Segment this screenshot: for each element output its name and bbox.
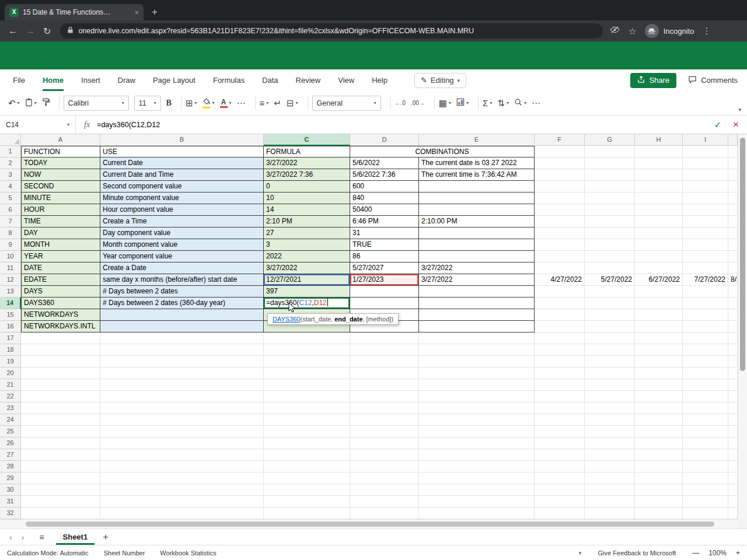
cell-C31[interactable] xyxy=(264,496,350,508)
cell-D19[interactable] xyxy=(350,356,419,368)
cell-B3[interactable]: Current Date and Time xyxy=(100,169,264,181)
cell-F1[interactable] xyxy=(535,146,585,158)
font-size-select[interactable]: 11▾ xyxy=(134,96,161,111)
cell-H10[interactable] xyxy=(635,251,683,262)
cell-J22[interactable] xyxy=(728,391,738,402)
cell-J4[interactable] xyxy=(728,181,738,192)
cell-H7[interactable] xyxy=(635,216,683,228)
cell-E4[interactable] xyxy=(419,181,535,192)
cell-E28[interactable] xyxy=(419,461,535,473)
sheet-number-status[interactable]: Sheet Number xyxy=(103,550,145,556)
cell-B6[interactable]: Hour component value xyxy=(100,204,264,216)
cell-A2[interactable]: TODAY xyxy=(21,158,100,169)
cell-F32[interactable] xyxy=(535,508,585,519)
cell-J25[interactable] xyxy=(728,426,738,438)
undo-button[interactable]: ↶▾ xyxy=(8,98,20,108)
cell-C28[interactable] xyxy=(264,461,350,473)
cell-G5[interactable] xyxy=(585,192,635,204)
row-header-22[interactable]: 22 xyxy=(0,391,21,402)
cell-A15[interactable]: NETWORKDAYS xyxy=(21,309,100,321)
row-header-16[interactable]: 16 xyxy=(0,321,21,332)
cell-A21[interactable] xyxy=(21,379,100,391)
column-header-D[interactable]: D xyxy=(350,134,419,146)
cell-C24[interactable] xyxy=(264,414,350,426)
cell-B11[interactable]: Create a Date xyxy=(100,262,264,274)
add-sheet-icon[interactable]: + xyxy=(103,529,108,545)
cell-I32[interactable] xyxy=(683,508,728,519)
cell-I9[interactable] xyxy=(683,239,728,251)
cell-J26[interactable] xyxy=(728,438,738,449)
cell-F31[interactable] xyxy=(535,496,585,508)
horizontal-scrollbar-thumb[interactable] xyxy=(26,522,714,527)
menu-view[interactable]: View xyxy=(338,69,354,91)
cell-G26[interactable] xyxy=(585,438,635,449)
cell-F8[interactable] xyxy=(535,228,585,239)
cell-F6[interactable] xyxy=(535,204,585,216)
horizontal-scrollbar[interactable] xyxy=(0,519,738,528)
cell-A19[interactable] xyxy=(21,356,100,368)
cell-B10[interactable]: Year component value xyxy=(100,251,264,262)
row-header-19[interactable]: 19 xyxy=(0,356,21,368)
cell-A27[interactable] xyxy=(21,449,100,461)
cell-E22[interactable] xyxy=(419,391,535,402)
cell-F16[interactable] xyxy=(535,321,585,332)
cell-F4[interactable] xyxy=(535,181,585,192)
cell-I12[interactable]: 7/27/2022 xyxy=(683,274,728,286)
cell-I16[interactable] xyxy=(683,321,728,332)
cell-A26[interactable] xyxy=(21,438,100,449)
cell-F19[interactable] xyxy=(535,356,585,368)
cell-D2[interactable]: 5/6/2022 xyxy=(350,158,419,169)
cell-B16[interactable] xyxy=(100,321,264,332)
increase-decimal-button[interactable]: .00→ xyxy=(411,100,425,106)
row-header-5[interactable]: 5 xyxy=(0,192,21,204)
fill-color-button[interactable]: ▾ xyxy=(203,97,215,108)
cell-D7[interactable]: 6:46 PM xyxy=(350,216,419,228)
cell-E3[interactable]: The current time is 7:36:42 AM xyxy=(419,169,535,181)
column-header-E[interactable]: E xyxy=(419,134,535,146)
cell-G20[interactable] xyxy=(585,368,635,379)
cell-J11[interactable] xyxy=(728,262,738,274)
cell-C7[interactable]: 2:10 PM xyxy=(264,216,350,228)
cell-G19[interactable] xyxy=(585,356,635,368)
more-font-options-button[interactable]: ⋯ xyxy=(237,98,246,108)
cell-H32[interactable] xyxy=(635,508,683,519)
cell-F21[interactable] xyxy=(535,379,585,391)
column-header-F[interactable]: F xyxy=(535,134,585,146)
row-header-15[interactable]: 15 xyxy=(0,309,21,321)
cell-B29[interactable] xyxy=(100,473,264,484)
cell-E8[interactable] xyxy=(419,228,535,239)
cell-G17[interactable] xyxy=(585,332,635,344)
cell-H1[interactable] xyxy=(635,146,683,158)
cell-D10[interactable]: 86 xyxy=(350,251,419,262)
cell-E9[interactable] xyxy=(419,239,535,251)
cell-F3[interactable] xyxy=(535,169,585,181)
cell-G28[interactable] xyxy=(585,461,635,473)
cell-E26[interactable] xyxy=(419,438,535,449)
collapse-ribbon-icon[interactable]: ▾ xyxy=(738,107,741,113)
column-header-B[interactable]: B xyxy=(100,134,264,146)
cell-I17[interactable] xyxy=(683,332,728,344)
font-color-button[interactable]: A▾ xyxy=(220,99,232,108)
cell-F2[interactable] xyxy=(535,158,585,169)
menu-page-layout[interactable]: Page Layout xyxy=(153,69,196,91)
cell-D21[interactable] xyxy=(350,379,419,391)
cell-F24[interactable] xyxy=(535,414,585,426)
font-name-select[interactable]: Calibri▾ xyxy=(64,96,129,111)
cell-C18[interactable] xyxy=(264,344,350,356)
cell-G30[interactable] xyxy=(585,484,635,496)
cell-C20[interactable] xyxy=(264,368,350,379)
cell-H5[interactable] xyxy=(635,192,683,204)
row-header-8[interactable]: 8 xyxy=(0,228,21,239)
align-button[interactable]: ≡▾ xyxy=(260,98,269,108)
cell-I26[interactable] xyxy=(683,438,728,449)
cell-H13[interactable] xyxy=(635,286,683,298)
row-header-31[interactable]: 31 xyxy=(0,496,21,508)
zoom-in-icon[interactable]: + xyxy=(736,549,740,557)
cell-D31[interactable] xyxy=(350,496,419,508)
cell-H18[interactable] xyxy=(635,344,683,356)
zoom-out-icon[interactable]: — xyxy=(692,549,699,557)
cell-G2[interactable] xyxy=(585,158,635,169)
borders-button[interactable]: ⊞▾ xyxy=(186,98,197,108)
cell-D4[interactable]: 600 xyxy=(350,181,419,192)
cell-B28[interactable] xyxy=(100,461,264,473)
